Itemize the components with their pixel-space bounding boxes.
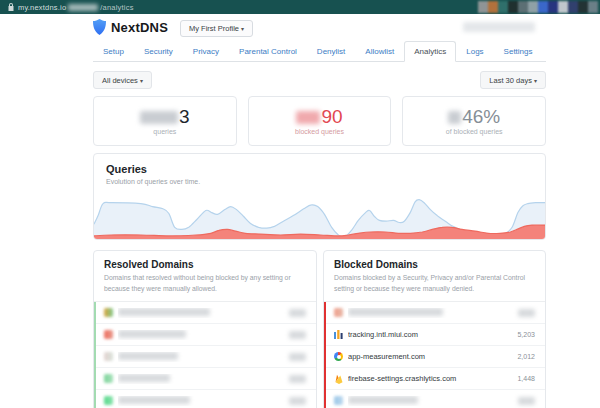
domain-count-redacted bbox=[289, 309, 306, 317]
domain-name-redacted bbox=[118, 396, 289, 406]
resolved-domains-list bbox=[94, 302, 316, 408]
domain-name: tracking.intl.miui.com bbox=[348, 330, 517, 339]
domain-name: firebase-settings.crashlytics.com bbox=[348, 374, 517, 383]
chevron-down-icon: ▾ bbox=[241, 26, 244, 32]
profile-name: My First Profile bbox=[189, 24, 239, 33]
url-text[interactable]: my.nextdns.io /analytics bbox=[18, 3, 134, 12]
domain-count: 2,012 bbox=[517, 353, 535, 360]
resolved-domain-row[interactable] bbox=[96, 324, 316, 346]
stat-card-blocked-queries: 90 blocked queries bbox=[248, 96, 392, 146]
queries-count-redacted bbox=[140, 111, 178, 124]
resolved-domains-card: Resolved Domains Domains that resolved w… bbox=[93, 250, 317, 408]
tab-settings[interactable]: Settings bbox=[494, 41, 543, 62]
queries-card-title: Queries bbox=[106, 163, 533, 175]
tab-privacy[interactable]: Privacy bbox=[183, 41, 229, 62]
favicon-redacted bbox=[104, 374, 113, 383]
domain-name-redacted bbox=[118, 374, 289, 384]
resolved-domain-row[interactable] bbox=[96, 368, 316, 390]
blocked-domains-list: tracking.intl.miui.com5,203app-measureme… bbox=[324, 302, 545, 408]
blocked-label: blocked queries bbox=[295, 128, 344, 135]
favicon-redacted bbox=[104, 308, 113, 317]
favicon-redacted bbox=[334, 308, 343, 317]
devices-filter-button[interactable]: All devices ▾ bbox=[93, 71, 152, 89]
queries-count-visible: 3 bbox=[179, 107, 190, 127]
favicon-redacted bbox=[334, 396, 343, 405]
blocked-domain-row[interactable] bbox=[326, 390, 545, 408]
domain-name-redacted bbox=[348, 396, 518, 406]
stat-card-blocked-percent: 46% of blocked queries bbox=[402, 96, 546, 146]
blocked-domain-row[interactable]: app-measurement.com2,012 bbox=[326, 346, 545, 368]
percent-redacted bbox=[448, 111, 461, 124]
domain-count: 1,448 bbox=[517, 375, 535, 382]
stat-card-queries: 3 queries bbox=[93, 96, 237, 146]
domain-name-redacted bbox=[118, 330, 289, 340]
domains-row: Resolved Domains Domains that resolved w… bbox=[93, 250, 546, 408]
resolved-domain-row[interactable] bbox=[96, 346, 316, 368]
domain-count-redacted bbox=[289, 375, 306, 383]
brand-name: NextDNS bbox=[111, 20, 168, 35]
blocked-domain-row[interactable] bbox=[326, 302, 545, 324]
chevron-down-icon: ▾ bbox=[534, 78, 537, 84]
nextdns-logo[interactable]: NextDNS bbox=[93, 19, 168, 35]
domain-count-redacted bbox=[289, 353, 306, 361]
devices-filter-label: All devices bbox=[102, 76, 138, 85]
resolved-domain-row[interactable] bbox=[96, 302, 316, 324]
main-nav-tabs: SetupSecurityPrivacyParental ControlDeny… bbox=[93, 42, 546, 62]
url-redacted-segment bbox=[68, 4, 98, 11]
percent-label: of blocked queries bbox=[446, 128, 503, 135]
favicon-redacted bbox=[104, 352, 113, 361]
tab-denylist[interactable]: Denylist bbox=[307, 41, 355, 62]
blocked-domain-row[interactable]: firebase-settings.crashlytics.com1,448 bbox=[326, 368, 545, 390]
profile-selector-button[interactable]: My First Profile ▾ bbox=[180, 20, 253, 37]
shield-icon bbox=[93, 19, 106, 35]
resolved-card-title: Resolved Domains bbox=[104, 259, 306, 270]
lock-icon bbox=[8, 3, 14, 11]
blocked-card-title: Blocked Domains bbox=[334, 259, 535, 270]
queries-chart-card: Queries Evolution of queries over time. bbox=[93, 153, 546, 240]
blocked-domains-card: Blocked Domains Domains blocked by a Sec… bbox=[323, 250, 546, 408]
tab-setup[interactable]: Setup bbox=[93, 41, 134, 62]
blocked-count-redacted bbox=[296, 111, 320, 124]
domain-name: app-measurement.com bbox=[348, 352, 517, 361]
tab-allowlist[interactable]: Allowlist bbox=[355, 41, 404, 62]
queries-card-subtitle: Evolution of queries over time. bbox=[106, 178, 533, 185]
domain-name-redacted bbox=[348, 308, 518, 318]
stats-row: 3 queries 90 blocked queries 46% of bloc… bbox=[93, 96, 546, 146]
site-header: NextDNS My First Profile ▾ bbox=[0, 14, 600, 42]
firebase-icon bbox=[334, 374, 343, 383]
percent-visible: 46% bbox=[462, 107, 500, 127]
account-info-redacted bbox=[463, 22, 535, 32]
blocked-domain-row[interactable]: tracking.intl.miui.com5,203 bbox=[326, 324, 545, 346]
domain-count-redacted bbox=[518, 309, 535, 317]
domain-name-redacted bbox=[118, 308, 289, 318]
browser-url-bar[interactable]: my.nextdns.io /analytics bbox=[0, 0, 600, 14]
domain-count: 5,203 bbox=[517, 331, 535, 338]
period-filter-label: Last 30 days bbox=[489, 76, 532, 85]
favicon-redacted bbox=[104, 396, 113, 405]
url-host: my.nextdns.io bbox=[18, 3, 66, 12]
resolved-domain-row[interactable] bbox=[96, 390, 316, 408]
resolved-card-subtitle: Domains that resolved without being bloc… bbox=[104, 273, 306, 294]
domain-count-redacted bbox=[289, 331, 306, 339]
period-filter-button[interactable]: Last 30 days ▾ bbox=[480, 71, 546, 89]
favicon-redacted bbox=[104, 330, 113, 339]
blocked-card-subtitle: Domains blocked by a Security, Privacy a… bbox=[334, 273, 535, 294]
miui-icon bbox=[334, 330, 343, 339]
tab-parental-control[interactable]: Parental Control bbox=[229, 41, 307, 62]
google-icon bbox=[334, 352, 343, 361]
tab-analytics[interactable]: Analytics bbox=[404, 41, 456, 62]
tab-logs[interactable]: Logs bbox=[456, 41, 493, 62]
blocked-count-visible: 90 bbox=[321, 107, 342, 127]
queries-label: queries bbox=[153, 128, 176, 135]
queries-area-chart[interactable] bbox=[94, 193, 545, 239]
domain-name-redacted bbox=[118, 352, 289, 362]
chevron-down-icon: ▾ bbox=[140, 78, 143, 84]
tab-security[interactable]: Security bbox=[134, 41, 183, 62]
url-path: /analytics bbox=[100, 3, 133, 12]
domain-count-redacted bbox=[289, 397, 306, 405]
nextdns-analytics-page: my.nextdns.io /analytics NextDNS My Firs… bbox=[0, 0, 600, 408]
domain-count-redacted bbox=[518, 397, 535, 405]
browser-extensions-redacted bbox=[478, 1, 598, 13]
